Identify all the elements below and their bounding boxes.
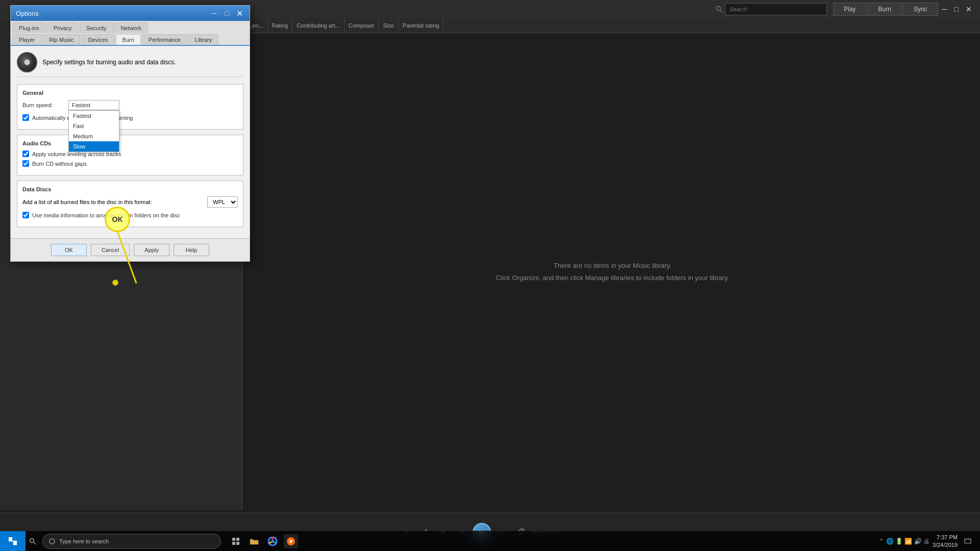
wmp-minimize-button[interactable]: ─	[939, 4, 950, 14]
burn-without-gaps-checkbox[interactable]	[22, 160, 29, 167]
tab-plugins[interactable]: Plug-ins	[12, 22, 46, 33]
dialog-description: Specify settings for burning audio and d…	[42, 59, 176, 66]
taskbar-clock: 7:37 PM 3/24/2019	[933, 534, 958, 548]
svg-line-13	[269, 542, 271, 543]
svg-rect-8	[236, 542, 239, 545]
tab-burn[interactable]: Burn	[116, 34, 141, 45]
speed-option-medium[interactable]: Medium	[69, 131, 119, 141]
file-explorer-button[interactable]	[247, 534, 261, 548]
tab-player[interactable]: Player	[12, 34, 41, 45]
cancel-button[interactable]: Cancel	[91, 244, 130, 256]
media-info-label: Use media information to arrange files i…	[32, 212, 180, 218]
taskbar-app-icons	[224, 534, 303, 548]
tab-privacy[interactable]: Privacy	[47, 22, 79, 33]
column-headers: Len... Rating Contributing art... Compos…	[245, 18, 980, 33]
col-rating: Rating	[268, 18, 293, 33]
tab-performance[interactable]: Performance	[142, 34, 187, 45]
search-icon	[29, 538, 36, 545]
speed-option-fastest[interactable]: Fastest	[69, 111, 119, 121]
apply-button[interactable]: Apply	[134, 244, 169, 256]
burn-speed-dropdown-menu: Fastest Fast Medium Slow	[68, 110, 119, 152]
col-composer: Composer	[345, 18, 379, 33]
dialog-header-section: Specify settings for burning audio and d…	[17, 52, 243, 77]
dialog-tabs-row1: Plug-ins Privacy Security Network	[11, 21, 250, 33]
dialog-footer: OK Cancel Apply Help	[11, 238, 250, 261]
options-dialog: Options ─ □ ✕ Plug-ins Privacy Security …	[10, 5, 250, 262]
media-info-checkbox[interactable]	[22, 212, 29, 218]
format-select[interactable]: WPL M3U None	[207, 196, 238, 208]
burn-tab-button[interactable]: Burn	[868, 3, 902, 16]
general-section: General Burn speed: Fastest Fast Medium …	[17, 84, 243, 130]
volume-leveling-checkbox[interactable]	[22, 151, 29, 157]
dialog-close-button[interactable]: ✕	[234, 8, 244, 18]
taskbar-time-display: 7:37 PM	[933, 534, 958, 541]
tab-security[interactable]: Security	[80, 22, 113, 33]
dialog-tabs-row2: Player Rip Music Devices Burn Performanc…	[11, 33, 250, 46]
taskbar: Type here to search	[0, 531, 980, 551]
svg-point-2	[30, 538, 34, 542]
col-contributing-artist: Contributing art...	[292, 18, 344, 33]
svg-point-0	[717, 6, 721, 10]
tray-icons: ⌃ 🌐 🔋 📶 🔊 🖨	[879, 538, 929, 545]
burn-speed-select[interactable]: Fastest Fast Medium Slow	[68, 100, 119, 110]
dialog-title: Options	[16, 10, 39, 17]
tab-rip-music[interactable]: Rip Music	[42, 34, 80, 45]
wmp-main-content: There are no items in your Music library…	[245, 33, 980, 510]
wmp-search-input[interactable]	[725, 3, 827, 15]
start-button[interactable]	[0, 531, 26, 552]
taskbar-search-label: Type here to search	[59, 538, 109, 544]
audio-cds-label: Audio CDs	[22, 140, 238, 146]
svg-point-4	[50, 538, 55, 543]
taskview-icon	[232, 537, 240, 545]
speed-option-slow[interactable]: Slow	[69, 141, 119, 152]
search-icon	[716, 6, 723, 13]
dialog-minimize-button[interactable]: ─	[209, 8, 220, 18]
help-button[interactable]: Help	[174, 244, 209, 256]
taskbar-search-button[interactable]	[26, 534, 40, 548]
general-section-label: General	[22, 90, 238, 96]
volume-leveling-row: Apply volume leveling across tracks	[22, 151, 238, 157]
chrome-button[interactable]	[265, 534, 280, 548]
col-size: Size	[379, 18, 398, 33]
wmp-close-button[interactable]: ✕	[963, 4, 975, 14]
data-discs-label: Data Discs	[22, 186, 238, 192]
audio-cds-section: Audio CDs Apply volume leveling across t…	[17, 135, 243, 176]
taskview-button[interactable]	[229, 534, 243, 548]
tab-devices[interactable]: Devices	[81, 34, 114, 45]
auto-eject-checkbox[interactable]	[22, 114, 29, 121]
system-tray: ⌃ 🌐 🔋 📶 🔊 🖨 7:37 PM 3/24/2019	[874, 534, 980, 548]
svg-rect-7	[232, 542, 235, 545]
taskbar-search-box[interactable]: Type here to search	[42, 534, 221, 549]
svg-rect-5	[232, 538, 235, 541]
ok-button[interactable]: OK	[51, 244, 87, 256]
chrome-icon	[268, 537, 277, 546]
burn-speed-dropdown-container: Fastest Fast Medium Slow Fastest Fast Me…	[68, 100, 119, 110]
dialog-titlebar: Options ─ □ ✕	[11, 6, 250, 21]
auto-eject-row: Automatically eject the disc after burni…	[22, 114, 238, 121]
svg-line-3	[34, 542, 36, 544]
media-player-icon	[286, 537, 296, 546]
folder-icon	[250, 537, 259, 545]
burn-without-gaps-label: Burn CD without gaps	[32, 161, 87, 167]
svg-line-12	[274, 542, 276, 543]
disc-icon	[17, 52, 37, 72]
format-label: Add a list of all burned files to the di…	[22, 199, 207, 205]
cortana-icon	[49, 538, 55, 544]
speed-option-fast[interactable]: Fast	[69, 121, 119, 131]
wmp-taskbar-button[interactable]	[284, 534, 298, 548]
svg-rect-16	[965, 539, 971, 543]
notification-icon	[964, 538, 971, 545]
play-tab-button[interactable]: Play	[833, 3, 866, 16]
sync-tab-button[interactable]: Sync	[903, 3, 938, 16]
dialog-maximize-button[interactable]: □	[222, 8, 232, 18]
tab-library[interactable]: Library	[188, 34, 219, 45]
taskbar-date-display: 3/24/2019	[933, 541, 958, 548]
dialog-body: Specify settings for burning audio and d…	[11, 46, 250, 238]
data-discs-section: Data Discs Add a list of all burned file…	[17, 181, 243, 227]
windows-logo-icon	[9, 537, 17, 545]
wmp-maximize-button[interactable]: □	[951, 4, 962, 14]
format-row: Add a list of all burned files to the di…	[22, 196, 238, 208]
col-parental-rating: Parental rating	[399, 18, 444, 33]
notification-button[interactable]	[961, 534, 975, 548]
tab-network[interactable]: Network	[114, 22, 148, 33]
